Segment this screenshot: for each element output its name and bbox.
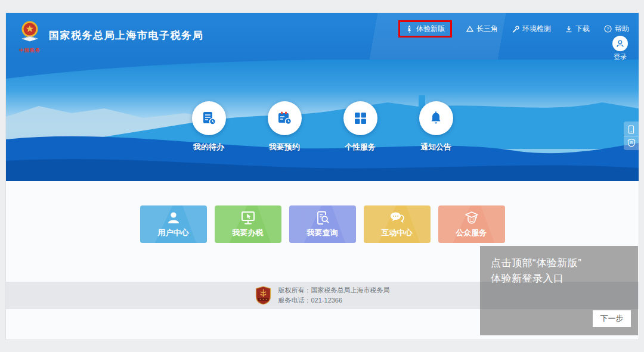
mobile-app-button[interactable] <box>624 123 639 136</box>
quick-link-personal-services[interactable]: 个性服务 <box>323 101 398 152</box>
help-circle-icon: ? <box>604 25 612 33</box>
tile-user-center[interactable]: 用户中心 <box>140 205 207 243</box>
user-icon <box>165 210 182 226</box>
quick-link-label: 我要预约 <box>247 142 323 152</box>
quick-link-label: 我的待办 <box>171 142 247 152</box>
nav-label: 环境检测 <box>522 24 551 34</box>
svg-text:?: ? <box>606 26 609 32</box>
tour-text-line2: 体验新登录入口 <box>491 271 627 286</box>
shield-r-icon: R <box>627 138 636 147</box>
screenshot-stage: 中国税务 国家税务总局上海市电子税务局 体验新版 长三角 <box>0 0 644 352</box>
page-title: 国家税务总局上海市电子税务局 <box>49 29 203 42</box>
nav-item-new-version[interactable]: 体验新版 <box>398 20 452 38</box>
banner-quick-links: 我的待办 我要预约 <box>6 101 639 152</box>
tile-interaction-center[interactable]: 互动中心 <box>364 205 431 243</box>
nav-item-download[interactable]: 下载 <box>565 24 590 34</box>
tour-tooltip: 点击顶部“体验新版” 体验新登录入口 下一步 <box>480 246 638 335</box>
quick-link-notices[interactable]: 通知公告 <box>398 101 474 152</box>
tile-label: 互动中心 <box>382 228 413 238</box>
nav-item-yangtze-delta[interactable]: 长三角 <box>466 24 498 34</box>
main-tiles: 用户中心 我要办税 我要查询 <box>6 205 639 243</box>
download-icon <box>565 26 572 33</box>
login-avatar <box>612 36 628 51</box>
todo-document-clock-icon <box>201 110 217 126</box>
floating-side-widget: R <box>624 122 639 150</box>
tax-emblem-logo: 中国税务 <box>14 19 45 54</box>
security-shield-button[interactable]: R <box>624 136 639 148</box>
calendar-clock-icon <box>277 110 293 126</box>
nav-label: 长三角 <box>476 24 498 34</box>
nav-item-env-check[interactable]: 环境检测 <box>512 24 551 34</box>
person-icon <box>615 38 626 49</box>
nav-label: 帮助 <box>615 24 629 34</box>
wrench-icon <box>512 26 519 33</box>
bell-icon <box>428 111 444 126</box>
rocket-icon <box>405 25 413 33</box>
red-shield-badge-icon <box>255 286 271 305</box>
logo-caption: 中国税务 <box>14 47 45 54</box>
tile-label: 用户中心 <box>158 228 189 238</box>
nav-item-help[interactable]: ? 帮助 <box>604 24 629 34</box>
tile-inquiry[interactable]: 我要查询 <box>289 205 356 243</box>
nav-label: 体验新版 <box>416 24 445 34</box>
tour-text-line1: 点击顶部“体验新版” <box>491 256 627 271</box>
quick-link-label: 通知公告 <box>398 142 474 152</box>
chat-bubbles-icon <box>388 210 406 226</box>
apps-grid-icon <box>353 111 368 126</box>
top-nav: 体验新版 长三角 环境检测 <box>398 20 629 38</box>
quick-link-my-todo[interactable]: 我的待办 <box>171 101 247 152</box>
footer-copyright: 版权所有：国家税务总局上海市税务局 <box>278 285 390 295</box>
tile-label: 公众服务 <box>456 228 487 238</box>
graduate-icon <box>463 210 480 226</box>
hero-banner: 我的待办 我要预约 <box>6 60 639 181</box>
china-tax-emblem-icon <box>17 19 42 44</box>
next-step-button[interactable]: 下一步 <box>593 310 631 327</box>
footer-phone: 服务电话：021-12366 <box>278 295 390 306</box>
delta-triangle-icon <box>466 26 473 32</box>
login-label: 登录 <box>611 52 629 61</box>
tile-label: 我要办税 <box>233 228 264 238</box>
nav-label: 下载 <box>575 24 590 34</box>
header: 中国税务 国家税务总局上海市电子税务局 体验新版 长三角 <box>6 13 639 60</box>
tile-public-services[interactable]: 公众服务 <box>438 205 505 243</box>
tile-handle-tax[interactable]: 我要办税 <box>215 205 281 243</box>
tile-label: 我要查询 <box>307 228 338 238</box>
quick-link-appointment[interactable]: 我要预约 <box>247 101 323 152</box>
doc-search-icon <box>314 210 331 226</box>
mobile-phone-icon <box>627 125 635 134</box>
quick-link-label: 个性服务 <box>323 142 398 152</box>
svg-text:R: R <box>630 140 633 144</box>
login-button[interactable]: 登录 <box>611 36 629 61</box>
monitor-cursor-icon <box>240 210 256 226</box>
